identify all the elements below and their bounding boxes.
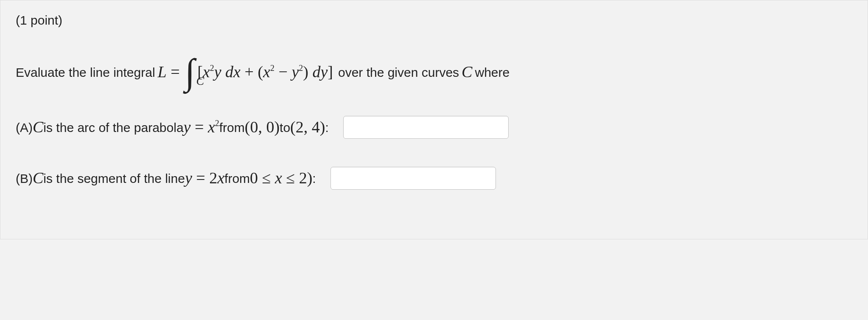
where: where	[475, 64, 510, 81]
L-expression: L =	[158, 62, 180, 82]
equals-sign: =	[167, 63, 180, 81]
part-a-prefix: (A)	[16, 119, 33, 136]
intro-suffix: over the given curves	[338, 64, 459, 81]
part-b-row: (B) C is the segment of the line y = 2x …	[16, 167, 852, 190]
var-C-b: C	[33, 168, 43, 188]
var-L: L	[158, 63, 167, 81]
integral-sign: ∫ C	[185, 56, 195, 88]
part-a-to: to	[280, 119, 290, 136]
points-label: (1 point)	[16, 13, 852, 28]
part-a-mid: is the arc of the parabola	[43, 119, 183, 136]
part-b-eq: y = 2x	[185, 168, 224, 188]
integral-sub: C	[196, 73, 204, 89]
integral-symbol: ∫	[185, 51, 195, 92]
answer-input-a[interactable]	[343, 116, 509, 139]
intro-prefix: Evaluate the line integral	[16, 64, 155, 81]
var-C: C	[462, 62, 472, 82]
integrand: [x2y dx + (x2 − y2) dy]	[197, 62, 333, 82]
part-b-from: from	[224, 170, 250, 187]
var-C-a: C	[33, 117, 43, 138]
part-a-p0: (0, 0)	[245, 117, 280, 138]
part-b-colon: :	[312, 170, 316, 187]
part-a-p1: (2, 4)	[290, 117, 325, 138]
part-b-prefix: (B)	[16, 170, 33, 187]
integral-statement: Evaluate the line integral L = ∫ C [x2y …	[16, 56, 852, 88]
part-a-from: from	[219, 119, 245, 136]
part-a-eq: y = x2	[184, 117, 219, 138]
integral-block: ∫ C [x2y dx + (x2 − y2) dy]	[185, 56, 333, 88]
part-a-row: (A) C is the arc of the parabola y = x2 …	[16, 116, 852, 139]
part-b-range: 0 ≤ x ≤ 2)	[250, 168, 312, 188]
answer-input-b[interactable]	[330, 167, 496, 190]
part-b-mid: is the segment of the line	[43, 170, 185, 187]
part-a-colon: :	[325, 119, 328, 136]
